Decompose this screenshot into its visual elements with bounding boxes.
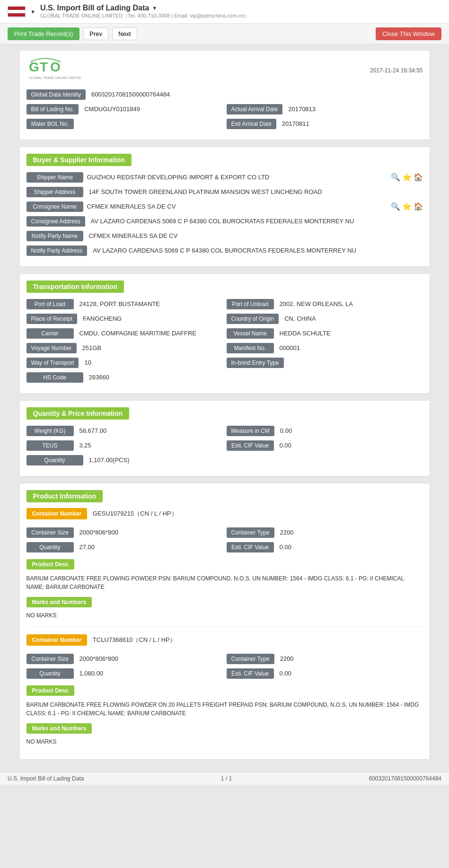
quantity-row: Quantity 1,107.00(PCS) bbox=[26, 455, 423, 465]
buyer-supplier-title: Buyer & Supplier Information bbox=[26, 154, 423, 172]
container-number-btn-2[interactable]: Container Number bbox=[26, 634, 88, 646]
toolbar: Print Trade Record(s) Prev Next Close Th… bbox=[0, 24, 449, 44]
shipper-address-value: 14F SOUTH TOWER GREENLAND PLATINUM MANSI… bbox=[85, 186, 423, 197]
flag-dropdown[interactable]: ▼ bbox=[30, 9, 35, 15]
footer-left: U.S. Import Bill of Lading Data bbox=[8, 775, 84, 782]
product-desc-btn-2[interactable]: Product Desc bbox=[26, 685, 74, 696]
global-data-identity-label: Global Data Identity bbox=[26, 89, 86, 100]
hs-code-label: HS Code bbox=[26, 372, 83, 383]
container-number-value-2: TCLU7368610（CN / L / HP） bbox=[93, 636, 176, 643]
bol-label: Bill of Lading No. bbox=[26, 104, 79, 114]
container2-esti-cif-value: 0.00 bbox=[276, 668, 423, 679]
hs-code-value: 283660 bbox=[85, 372, 423, 383]
mater-bol-value bbox=[76, 122, 223, 126]
shipper-name-value: GUIZHOU REDSTAR DEVELOPING IMPORT & EXPO… bbox=[83, 172, 387, 183]
place-of-receipt-value: FANGCHENG bbox=[79, 313, 223, 324]
way-of-transport-label: Way of Transport bbox=[26, 358, 79, 368]
country-of-origin-value: CN, CHINA bbox=[281, 313, 423, 324]
marks-text-2: NO MARKS bbox=[26, 736, 423, 747]
close-window-button[interactable]: Close This Window bbox=[376, 27, 441, 40]
container2-quantity-label: Quantity bbox=[26, 668, 74, 679]
esti-arrival-date-value: 20170811 bbox=[278, 118, 423, 129]
subtitle: GLOBAL TRADE ONLINE LIMITED（Tel: 400-710… bbox=[40, 12, 441, 19]
in-bond-entry-value bbox=[286, 361, 423, 365]
esti-arrival-date-label: Esti Arrival Date bbox=[227, 119, 276, 129]
container2-size-type-row: Container Size 2000*806*800 Container Ty… bbox=[26, 653, 423, 664]
container-block-1: Container Number GESU1079215（CN / L / HP… bbox=[26, 508, 423, 627]
container1-size-label: Container Size bbox=[26, 527, 74, 538]
shipper-star-icon[interactable]: ⭐ bbox=[402, 173, 412, 182]
container1-quantity-label: Quantity bbox=[26, 542, 74, 552]
shipper-name-label: Shipper Name bbox=[26, 172, 83, 183]
way-of-transport-value: 10 bbox=[80, 357, 222, 368]
container-number-btn-1[interactable]: Container Number bbox=[26, 508, 88, 519]
shipper-home-icon[interactable]: 🏠 bbox=[414, 173, 423, 182]
marks-btn-1[interactable]: Marks and Numbers bbox=[26, 597, 92, 607]
teus-value: 3.25 bbox=[76, 440, 223, 451]
flag-icon bbox=[8, 6, 26, 18]
weight-kg-value: 58,677.00 bbox=[76, 425, 223, 436]
shipper-address-row: Shipper Address 14F SOUTH TOWER GREENLAN… bbox=[26, 186, 423, 197]
teus-cif-row: TEUS 3.25 Esti. CIF Value 0.00 bbox=[26, 440, 423, 451]
title-dropdown-arrow[interactable]: ▼ bbox=[152, 5, 157, 11]
measure-in-cm-label: Measure in CM bbox=[227, 426, 274, 436]
consignee-address-label: Consignee Address bbox=[26, 216, 85, 227]
notify-party-name-row: Notify Party Name CFMEX MINERALES SA DE … bbox=[26, 230, 423, 241]
vessel-name-label: Vessel Name bbox=[227, 328, 274, 339]
product-desc-btn-1[interactable]: Product Desc bbox=[26, 559, 74, 570]
vessel-name-value: HEDDA SCHULTE bbox=[276, 328, 423, 339]
receipt-country-row: Place of Receipt FANGCHENG Country of Or… bbox=[26, 313, 423, 324]
mater-bol-row: Mater BOL No. Esti Arrival Date 20170811 bbox=[26, 118, 423, 129]
container2-type-value: 2200 bbox=[276, 653, 423, 664]
consignee-star-icon[interactable]: ⭐ bbox=[402, 202, 412, 211]
container-block-2: Container Number TCLU7368610（CN / L / HP… bbox=[26, 634, 423, 753]
product-desc-text-1: BARIUM CARBONATE FREE FLOWING POWDER PSN… bbox=[26, 572, 423, 593]
prev-button[interactable]: Prev bbox=[83, 27, 108, 40]
consignee-search-icon[interactable]: 🔍 bbox=[391, 202, 400, 211]
consignee-name-row: Consignee Name CFMEX MINERALES SA DE CV … bbox=[26, 201, 423, 212]
notify-party-address-row: Notify Party Address AV LAZARO CARDENAS … bbox=[26, 245, 423, 256]
product-desc-text-2: BARIUM CARBONATE FREE FLOWING POWDER ON … bbox=[26, 699, 423, 719]
container1-esti-cif-label: Esti. CIF Value bbox=[227, 542, 274, 552]
consignee-address-value: AV LAZARO CARDENAS 5069 C P 64380 COL BU… bbox=[87, 216, 423, 227]
svg-text:O: O bbox=[50, 60, 61, 74]
container2-size-label: Container Size bbox=[26, 654, 74, 664]
consignee-address-row: Consignee Address AV LAZARO CARDENAS 506… bbox=[26, 216, 423, 227]
teus-label: TEUS bbox=[26, 440, 74, 451]
container2-size-value: 2000*806*800 bbox=[76, 653, 223, 664]
notify-party-address-value: AV LAZARO CARDENAS 5069 C P 64380 COL BU… bbox=[89, 245, 423, 256]
next-button[interactable]: Next bbox=[112, 27, 137, 40]
footer-page-info: 1 / 1 bbox=[221, 775, 232, 782]
footer-bar: U.S. Import Bill of Lading Data 1 / 1 60… bbox=[0, 772, 449, 785]
quantity-label: Quantity bbox=[26, 455, 83, 465]
port-of-unload-value: 2002, NEW ORLEANS, LA bbox=[276, 298, 423, 309]
header-datetime: 2017-11-24 16:34:55 bbox=[370, 67, 423, 74]
manifest-no-label: Manifest No. bbox=[227, 343, 274, 353]
voyage-manifest-row: Voyage Number 251GB Manifest No. 000001 bbox=[26, 342, 423, 353]
marks-btn-2[interactable]: Marks and Numbers bbox=[26, 723, 92, 734]
quantity-price-title: Quantity & Price Information bbox=[26, 407, 423, 425]
global-data-identity-value: 60032017081500000764484 bbox=[88, 89, 423, 100]
container2-type-label: Container Type bbox=[227, 654, 274, 664]
notify-party-name-value: CFMEX MINERALES SA DE CV bbox=[85, 230, 423, 241]
shipper-search-icon[interactable]: 🔍 bbox=[391, 173, 400, 182]
voyage-number-value: 251GB bbox=[79, 342, 223, 353]
bol-value: CMDUGUY0101849 bbox=[80, 104, 222, 114]
container1-esti-cif-value: 0.00 bbox=[276, 542, 423, 552]
hs-code-row: HS Code 283660 bbox=[26, 372, 423, 383]
print-button[interactable]: Print Trade Record(s) bbox=[8, 27, 79, 40]
main-content: G T O GLOBAL TRADE ONLINE LIMITED 2017-1… bbox=[12, 44, 438, 772]
container1-qty-cif-row: Quantity 27.00 Esti. CIF Value 0.00 bbox=[26, 542, 423, 552]
actual-arrival-date-value: 20170813 bbox=[284, 104, 423, 114]
consignee-home-icon[interactable]: 🏠 bbox=[414, 202, 423, 211]
container2-esti-cif-label: Esti. CIF Value bbox=[227, 668, 274, 679]
esti-cif-value: 0.00 bbox=[276, 440, 423, 451]
quantity-value: 1,107.00(PCS) bbox=[85, 455, 423, 465]
marks-text-1: NO MARKS bbox=[26, 610, 423, 621]
container1-size-type-row: Container Size 2000*806*800 Container Ty… bbox=[26, 527, 423, 538]
svg-text:T: T bbox=[40, 60, 48, 74]
transport-inbond-row: Way of Transport 10 In-bond Entry Type bbox=[26, 357, 423, 368]
footer-right: 60032017081500000764484 bbox=[369, 775, 442, 782]
transportation-title: Transportation Information bbox=[26, 281, 423, 298]
container1-type-label: Container Type bbox=[227, 527, 274, 538]
